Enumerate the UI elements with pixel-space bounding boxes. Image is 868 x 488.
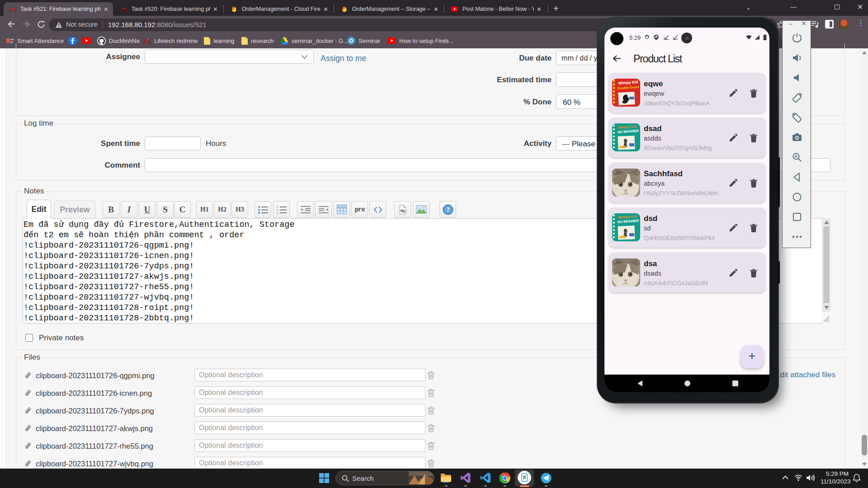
svg-text:3: 3 (277, 212, 278, 214)
svg-text:?: ? (446, 206, 449, 213)
svg-text:1: 1 (277, 206, 278, 208)
svg-text:2: 2 (277, 209, 278, 211)
